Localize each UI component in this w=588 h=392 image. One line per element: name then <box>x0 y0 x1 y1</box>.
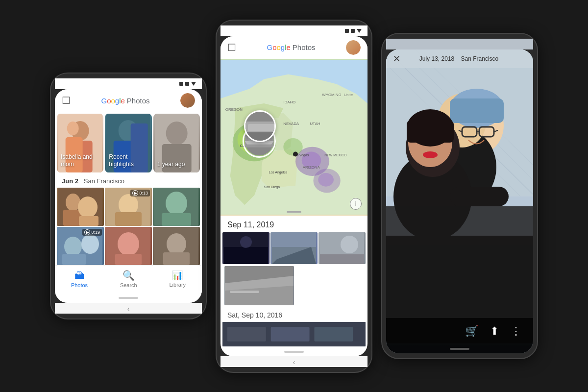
cart-icon[interactable]: 🛒 <box>465 325 478 338</box>
svg-point-15 <box>78 196 98 218</box>
svg-rect-84 <box>227 327 266 342</box>
battery-icon-2 <box>357 29 362 33</box>
phone2-thumbs-row <box>220 232 368 264</box>
phone-2: ☐ Google Photos <box>216 20 372 373</box>
wifi-icon-2 <box>351 29 355 33</box>
svg-rect-75 <box>272 232 316 247</box>
svg-rect-32 <box>163 252 190 265</box>
photo-grid: ▶ 0:13 <box>55 188 202 265</box>
video-badge-2: ▶ 0:19 <box>82 229 102 236</box>
phone3-screen: ✕ July 13, 2018 San Francisco 🛒 ⬆ ⋮ <box>386 49 533 353</box>
photo-date: July 13, 2018 <box>419 55 454 62</box>
highlights-row: Isabella andmom Recenthighlights <box>55 112 202 174</box>
share-icon[interactable]: ⬆ <box>490 325 499 338</box>
card2-label: Recenthighlights <box>109 153 134 169</box>
more-options-icon[interactable]: ⋮ <box>511 325 521 338</box>
svg-point-3 <box>67 122 79 135</box>
photo-cell-4[interactable]: ▶ 0:19 <box>57 227 104 265</box>
card1-label: Isabella andmom <box>61 153 93 169</box>
google-photos-logo: Google Photos <box>101 97 149 105</box>
svg-point-59 <box>293 151 298 156</box>
message-icon-2[interactable]: ☐ <box>227 42 236 53</box>
map-view[interactable]: OREGON IDAHO WYOMING NEVADA UTAH CALIFOR… <box>220 59 368 216</box>
highlight-card-isabella[interactable]: Isabella andmom <box>57 114 103 172</box>
photo-date-location: July 13, 2018 San Francisco <box>419 55 498 62</box>
phone2-back-button[interactable]: ‹ <box>220 356 368 367</box>
svg-point-77 <box>341 236 358 253</box>
nav-search[interactable]: 🔍 Search <box>120 270 137 288</box>
info-icon: i <box>355 200 357 207</box>
phone2-home-indicator <box>284 351 304 353</box>
search-nav-icon: 🔍 <box>122 270 135 281</box>
phone-1: ☐ Google Photos <box>50 73 207 319</box>
phone1-header: ☐ Google Photos <box>55 89 202 112</box>
phone2-screen: ☐ Google Photos <box>220 36 368 356</box>
svg-rect-82 <box>230 291 259 293</box>
logo-letter-o2: o <box>111 97 115 105</box>
phone1-back-button[interactable]: ‹ <box>55 303 202 314</box>
photo-cell-6[interactable] <box>153 227 200 265</box>
nav-photos-label: Photos <box>71 282 88 288</box>
svg-text:NEVADA: NEVADA <box>283 122 299 126</box>
svg-text:ARIZONA: ARIZONA <box>303 165 320 170</box>
phone2-date-section-1: Sep 11, 2019 <box>220 216 368 232</box>
highlight-card-oneyearago[interactable]: 1 year ago <box>153 114 200 172</box>
map-photo-circle[interactable] <box>244 110 276 142</box>
svg-text:San Diego: San Diego <box>264 185 280 189</box>
logo-photos-text: Photos <box>127 97 150 105</box>
signal-icon-2 <box>345 29 349 33</box>
nav-search-label: Search <box>120 282 137 288</box>
phone2-thumb-bottom[interactable] <box>222 322 366 346</box>
map-info-button[interactable]: i <box>350 198 362 210</box>
phone2-large-thumb-container <box>220 264 368 306</box>
phone2-large-thumb[interactable] <box>224 266 294 305</box>
date-text: Jun 2 <box>62 177 78 185</box>
phone1-home-bar <box>55 293 202 303</box>
avatar-image-2 <box>346 40 361 55</box>
svg-text:WYOMING: WYOMING <box>322 93 341 97</box>
svg-text:OREGON: OREGON <box>225 107 243 111</box>
svg-text:Los Angeles: Los Angeles <box>269 171 288 174</box>
svg-point-24 <box>64 237 82 256</box>
svg-rect-16 <box>79 216 98 226</box>
photo-cell-2[interactable]: ▶ 0:13 <box>105 188 152 226</box>
phone3-status-bar <box>386 39 533 49</box>
svg-point-26 <box>81 234 99 254</box>
phone1-status-bar <box>55 78 202 89</box>
phone2-thumb-1[interactable] <box>222 232 270 264</box>
svg-text:IDAHO: IDAHO <box>283 99 295 104</box>
phone2-date-section-2: Sat, Sep 10, 2016 <box>220 306 368 322</box>
photo-cell-5[interactable] <box>105 227 152 265</box>
user-avatar[interactable] <box>180 93 195 108</box>
svg-rect-107 <box>407 121 454 143</box>
date-sep2016: Sat, Sep 10, 2016 <box>227 311 282 319</box>
play-icon-2: ▶ <box>84 229 90 235</box>
svg-rect-109 <box>450 187 509 206</box>
phone1-screen: ☐ Google Photos <box>55 89 202 303</box>
phone1-status-icons <box>179 82 196 86</box>
phone3-photo[interactable]: ✕ July 13, 2018 San Francisco 🛒 ⬆ ⋮ <box>386 49 533 353</box>
nav-library-label: Library <box>169 282 186 288</box>
close-icon[interactable]: ✕ <box>393 53 400 64</box>
message-icon[interactable]: ☐ <box>62 95 71 106</box>
bottom-nav: 🏔 Photos 🔍 Search 📊 Library <box>55 265 202 293</box>
map-background: OREGON IDAHO WYOMING NEVADA UTAH CALIFOR… <box>220 59 368 216</box>
photo-cell-3[interactable] <box>153 188 200 226</box>
highlight-card-recent[interactable]: Recenthighlights <box>105 114 151 172</box>
phone2-thumb-2[interactable] <box>270 232 318 264</box>
signal-icon <box>179 82 183 86</box>
nav-photos[interactable]: 🏔 Photos <box>71 270 88 288</box>
phone3-home-indicator <box>450 348 469 350</box>
photo-svg <box>386 49 533 343</box>
photo-cell-1[interactable] <box>57 188 104 226</box>
photo-location: San Francisco <box>461 55 499 62</box>
battery-icon <box>191 82 196 86</box>
date-sep2019: Sep 11, 2019 <box>227 220 274 229</box>
nav-library[interactable]: 📊 Library <box>169 270 186 288</box>
date-location-label: Jun 2 San Francisco <box>55 174 202 188</box>
svg-point-28 <box>118 232 139 256</box>
user-avatar-2[interactable] <box>346 40 361 55</box>
phone2-thumb-3[interactable] <box>318 232 366 264</box>
svg-text:UTAH: UTAH <box>310 122 320 126</box>
card3-label: 1 year ago <box>157 161 185 169</box>
